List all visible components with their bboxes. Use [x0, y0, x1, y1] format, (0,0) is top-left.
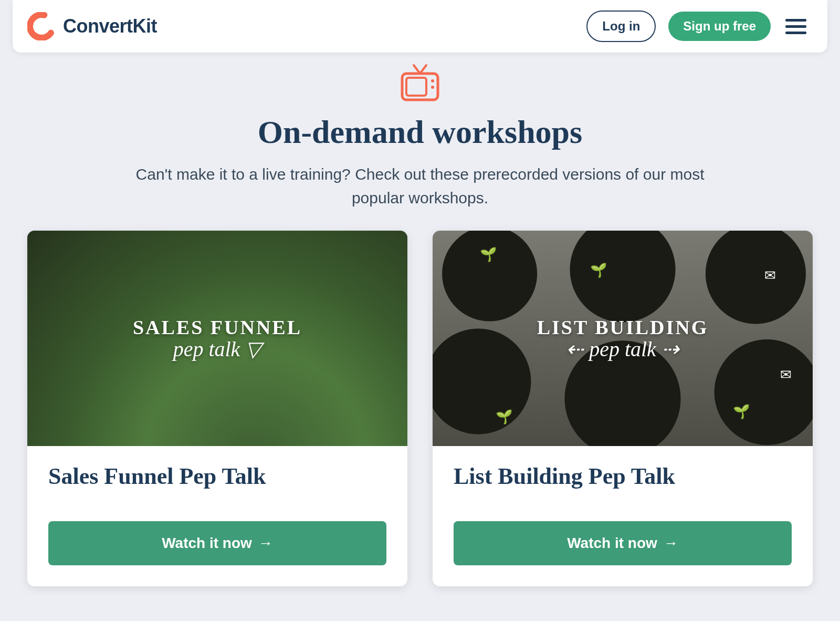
card-image-list-building: 🌱 🌱 🌱 🌱 ✉ ✉ LIST BUILDING ⇠ pep talk ⇢ — [433, 231, 813, 446]
card-title: Sales Funnel Pep Talk — [48, 463, 386, 490]
card-body: Sales Funnel Pep Talk Watch it now → — [27, 446, 407, 586]
overlay-line2: ⇠ pep talk ⇢ — [537, 337, 709, 361]
brand-name: ConvertKit — [63, 15, 157, 37]
svg-point-5 — [431, 79, 434, 82]
card-image-overlay: LIST BUILDING ⇠ pep talk ⇢ — [537, 316, 709, 361]
login-button[interactable]: Log in — [586, 11, 656, 42]
svg-rect-4 — [406, 78, 426, 96]
tv-icon — [398, 63, 442, 104]
card-body: List Building Pep Talk Watch it now → — [433, 446, 813, 586]
watch-now-label: Watch it now — [162, 535, 252, 552]
watch-now-button[interactable]: Watch it now → — [48, 521, 386, 565]
workshop-cards: SALES FUNNEL pep talk ▽ Sales Funnel Pep… — [0, 231, 840, 586]
watch-now-label: Watch it now — [567, 535, 657, 552]
sprout-icon: 🌱 — [496, 409, 512, 425]
workshop-card: 🌱 🌱 🌱 🌱 ✉ ✉ LIST BUILDING ⇠ pep talk ⇢ L… — [433, 231, 813, 586]
card-image-sales-funnel: SALES FUNNEL pep talk ▽ — [27, 231, 407, 446]
overlay-line1: LIST BUILDING — [537, 316, 709, 339]
sprout-icon: 🌱 — [480, 246, 497, 263]
signup-button[interactable]: Sign up free — [668, 12, 771, 41]
arrow-right-icon: → — [258, 536, 273, 551]
navbar: ConvertKit Log in Sign up free — [13, 0, 827, 53]
overlay-line1: SALES FUNNEL — [133, 316, 302, 339]
sprout-icon: 🌱 — [733, 403, 750, 420]
card-title: List Building Pep Talk — [454, 463, 792, 490]
watch-now-button[interactable]: Watch it now → — [454, 521, 792, 565]
svg-point-6 — [431, 86, 434, 89]
svg-point-0 — [27, 12, 56, 40]
brand[interactable]: ConvertKit — [27, 12, 157, 40]
envelope-icon: ✉ — [764, 267, 776, 284]
hamburger-menu-icon[interactable] — [783, 17, 808, 36]
overlay-line2: pep talk ▽ — [133, 337, 302, 361]
brand-logo-icon — [27, 12, 56, 40]
arrow-right-icon: → — [664, 536, 678, 551]
card-image-overlay: SALES FUNNEL pep talk ▽ — [133, 316, 302, 361]
sprout-icon: 🌱 — [590, 262, 607, 278]
nav-right: Log in Sign up free — [586, 11, 808, 42]
envelope-icon: ✉ — [780, 367, 792, 383]
hero: On-demand workshops Can't make it to a l… — [0, 53, 840, 231]
page-title: On-demand workshops — [32, 113, 808, 151]
workshop-card: SALES FUNNEL pep talk ▽ Sales Funnel Pep… — [27, 231, 407, 586]
page-subtitle: Can't make it to a live training? Check … — [131, 162, 709, 210]
